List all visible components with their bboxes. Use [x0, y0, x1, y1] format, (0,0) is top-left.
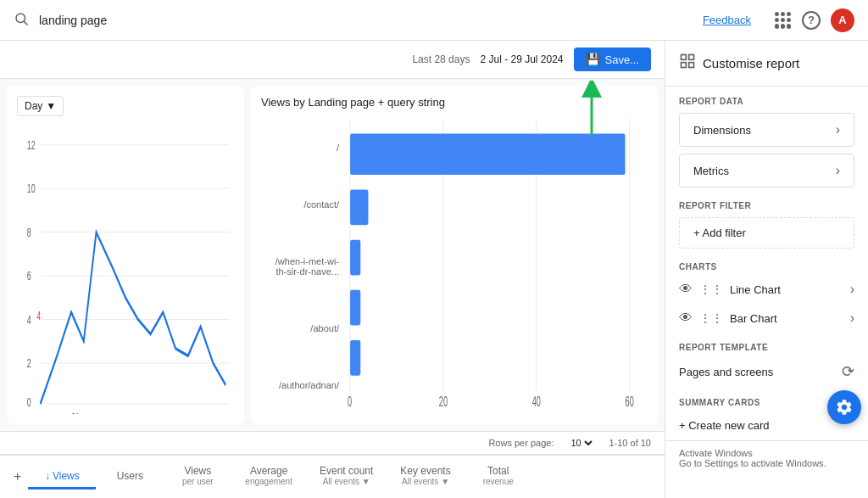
tab-plus[interactable]: +	[7, 469, 28, 484]
svg-text:6: 6	[27, 269, 31, 283]
tab-total-revenue[interactable]: Total revenue	[465, 460, 532, 494]
line-chart-label: Line Chart	[730, 283, 781, 296]
main-layout: Last 28 days 2 Jul - 29 Jul 2024 💾 Save.…	[0, 41, 868, 498]
metrics-row[interactable]: Metrics ›	[679, 154, 854, 187]
bar-label-2: /when-i-met-wi-th-sir-dr-nave...	[261, 256, 339, 277]
panel-bottom: Activate Windows Go to Settings to activ…	[665, 440, 868, 475]
chart-controls: Day ▼	[17, 96, 234, 116]
svg-rect-30	[350, 190, 368, 226]
activate-windows-sub-text: Go to Settings to activate Windows.	[679, 458, 854, 468]
create-card-label: + Create new card	[679, 419, 770, 432]
bar-label-1: /contact/	[261, 199, 339, 210]
svg-text:0: 0	[27, 395, 31, 410]
search-icon	[14, 11, 29, 29]
dimensions-row[interactable]: Dimensions ›	[679, 113, 854, 147]
line-chart-container: Day ▼ 12 10 8 6 4 2 0	[7, 86, 244, 424]
bar-chart-chevron: ›	[850, 311, 854, 326]
top-icons: ? A	[775, 8, 854, 32]
svg-text:60: 60	[626, 394, 634, 410]
bar-chart-content: / /contact/ /when-i-met-wi-th-sir-dr-nav…	[261, 119, 648, 414]
tab-views-per-user[interactable]: Views per user	[164, 460, 231, 494]
date-label: Last 28 days	[412, 53, 470, 65]
user-avatar[interactable]: A	[831, 8, 854, 32]
line-chart-left: 👁 ⋮⋮ Line Chart	[679, 282, 781, 297]
panel-header: Customise report	[665, 41, 868, 87]
day-select[interactable]: Day ▼	[17, 96, 64, 116]
svg-text:0: 0	[348, 394, 352, 410]
line-chart-chevron: ›	[850, 282, 854, 297]
rows-per-page-select[interactable]: 10 25 50	[567, 437, 595, 449]
eye-icon-line: 👁	[679, 282, 693, 297]
rows-info: 1-10 of 10	[609, 438, 651, 448]
add-filter-button[interactable]: + Add filter	[679, 217, 854, 249]
feedback-link[interactable]: Feedback	[703, 14, 751, 26]
tab-views[interactable]: ↓ Views	[28, 465, 96, 490]
svg-text:10: 10	[27, 182, 36, 196]
right-panel: Customise report REPORT DATA Dimensions …	[665, 41, 868, 498]
tab-users[interactable]: Users	[96, 465, 164, 490]
metrics-label: Metrics	[693, 165, 729, 177]
bottom-bar-row: Rows per page: 10 25 50 1-10 of 10	[0, 431, 665, 454]
search-bar: Feedback ? A	[0, 0, 868, 41]
report-data-label: REPORT DATA	[665, 87, 868, 109]
apps-icon[interactable]	[775, 12, 792, 29]
line-chart-row[interactable]: 👁 ⋮⋮ Line Chart ›	[665, 275, 868, 304]
save-icon: 💾	[586, 53, 600, 66]
bar-chart-svg: 0 20 40 60	[346, 119, 648, 414]
content-top-bar: Last 28 days 2 Jul - 29 Jul 2024 💾 Save.…	[0, 41, 665, 79]
bar-label-4: /author/adnan/	[261, 380, 339, 390]
svg-point-0	[16, 14, 25, 23]
content-area: Last 28 days 2 Jul - 29 Jul 2024 💾 Save.…	[0, 41, 665, 498]
customise-icon	[679, 53, 696, 74]
svg-rect-37	[689, 63, 694, 68]
svg-rect-35	[689, 55, 694, 60]
save-button[interactable]: 💾 Save...	[574, 48, 651, 71]
report-template-label: REPORT TEMPLATE	[665, 333, 868, 355]
svg-text:›: ›	[217, 408, 220, 414]
bar-labels: / /contact/ /when-i-met-wi-th-sir-dr-nav…	[261, 119, 346, 414]
dimensions-chevron: ›	[836, 122, 840, 137]
tab-views-arrow: ↓	[45, 470, 50, 482]
save-label: Save...	[605, 53, 639, 66]
svg-rect-33	[350, 340, 360, 376]
charts-label: CHARTS	[665, 252, 868, 275]
bar-label-3: /about/	[261, 323, 339, 333]
chevron-down-icon: ▼	[46, 100, 56, 112]
svg-text:2: 2	[27, 356, 31, 371]
svg-text:8: 8	[27, 225, 31, 239]
date-range: 2 Jul - 29 Jul 2024	[480, 53, 563, 65]
tab-event-count[interactable]: Event count All events ▼	[306, 460, 387, 494]
charts-row: Day ▼ 12 10 8 6 4 2 0	[0, 79, 665, 431]
svg-text:12: 12	[27, 137, 36, 152]
help-icon[interactable]: ?	[802, 11, 821, 30]
report-filter-label: REPORT FILTER	[665, 191, 868, 214]
svg-rect-31	[350, 240, 360, 276]
bottom-tabs: + ↓ Views Users Views per user Average e…	[0, 454, 665, 498]
svg-text:20: 20	[439, 394, 448, 410]
activate-windows-banner: Activate Windows Go to Settings to activ…	[665, 440, 868, 475]
add-filter-label: + Add filter	[693, 227, 746, 239]
rows-per-page-label: Rows per page:	[488, 438, 554, 448]
svg-rect-32	[350, 290, 360, 326]
tab-avg-engagement[interactable]: Average engagement	[231, 460, 306, 494]
metrics-chevron: ›	[836, 163, 840, 178]
fab-settings-button[interactable]	[827, 390, 861, 424]
template-row: Pages and screens ⟳	[665, 355, 868, 388]
search-input[interactable]	[39, 14, 693, 27]
svg-text:40: 40	[532, 394, 541, 410]
eye-icon-bar: 👁	[679, 311, 693, 326]
svg-text:21: 21	[71, 410, 80, 414]
template-icon[interactable]: ⟳	[842, 362, 854, 381]
tab-key-events[interactable]: Key events All events ▼	[387, 460, 464, 494]
bar-chart-type-icon: ⋮⋮	[699, 311, 723, 325]
bar-chart-left: 👁 ⋮⋮ Bar Chart	[679, 311, 777, 326]
dimensions-label: Dimensions	[693, 124, 751, 137]
svg-line-1	[24, 21, 27, 25]
svg-rect-34	[682, 55, 687, 60]
line-chart-svg: 12 10 8 6 4 2 0 4	[17, 123, 234, 414]
activate-windows-text: Activate Windows	[679, 448, 854, 458]
template-label: Pages and screens	[679, 366, 773, 378]
bar-chart-row[interactable]: 👁 ⋮⋮ Bar Chart ›	[665, 304, 868, 333]
svg-text:4: 4	[37, 309, 41, 322]
svg-text:4: 4	[27, 312, 31, 327]
